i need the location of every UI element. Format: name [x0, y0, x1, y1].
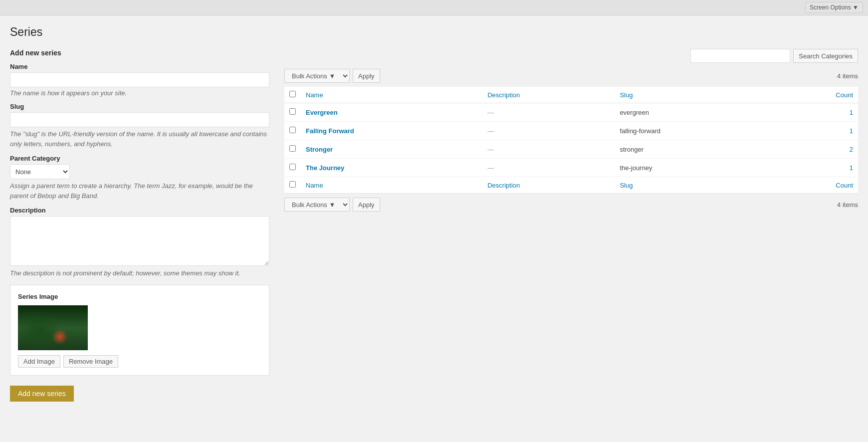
parent-category-label: Parent Category — [10, 155, 269, 162]
description-label: Description — [10, 207, 269, 214]
slug-hint: The "slug" is the URL-friendly version o… — [10, 129, 269, 149]
apply-button-top[interactable]: Apply — [353, 69, 380, 83]
header-count[interactable]: Count — [773, 87, 858, 103]
slug-form-group: Slug The "slug" is the URL-friendly vers… — [10, 103, 269, 149]
row-slug-0: evergreen — [620, 109, 649, 116]
row-slug-cell: falling-forward — [615, 122, 773, 140]
category-name-link-1[interactable]: Falling Forward — [306, 127, 354, 135]
top-items-count: 4 items — [837, 72, 858, 80]
description-textarea[interactable] — [10, 216, 269, 266]
parent-category-select[interactable]: None — [10, 164, 70, 179]
slug-input[interactable] — [10, 112, 269, 127]
search-categories-button[interactable]: Search Categories — [793, 49, 858, 63]
row-slug-cell: evergreen — [615, 103, 773, 122]
screen-options-button[interactable]: Screen Options ▼ — [805, 2, 863, 13]
bottom-toolbar: Bulk Actions ▼ Apply 4 items — [284, 198, 858, 212]
header-name[interactable]: Name — [301, 87, 482, 103]
row-slug-cell: the-journey — [615, 159, 773, 177]
categories-table: Name Description Slug Count Evergreen — … — [284, 87, 858, 194]
series-image-preview — [18, 305, 88, 350]
row-name-cell: Falling Forward — [301, 122, 482, 140]
row-checkbox-2[interactable] — [289, 145, 296, 152]
row-description-1: — — [487, 127, 494, 135]
table-row: Stronger — stronger 2 — [284, 140, 858, 159]
series-image-title: Series Image — [18, 293, 261, 300]
add-new-series-button[interactable]: Add new series — [10, 386, 74, 402]
screen-options-bar: Screen Options ▼ — [0, 0, 868, 15]
row-count-link-2[interactable]: 2 — [850, 146, 853, 153]
row-description-cell: — — [482, 140, 615, 159]
row-checkbox-cell — [284, 140, 301, 159]
row-description-3: — — [487, 164, 494, 172]
add-new-section-title: Add new series — [10, 49, 269, 57]
image-button-group: Add Image Remove Image — [18, 355, 261, 368]
footer-checkbox-cell — [284, 177, 301, 194]
bulk-actions-select-bottom[interactable]: Bulk Actions ▼ — [284, 198, 350, 212]
row-count-cell: 1 — [773, 159, 858, 177]
bottom-items-count: 4 items — [837, 201, 858, 209]
row-checkbox-cell — [284, 159, 301, 177]
row-slug-cell: stronger — [615, 140, 773, 159]
row-name-cell: Evergreen — [301, 103, 482, 122]
row-description-2: — — [487, 146, 494, 153]
right-panel: Search Categories Bulk Actions ▼ Apply 4… — [284, 49, 858, 216]
table-footer-header-row: Name Description Slug Count — [284, 177, 858, 194]
row-name-cell: Stronger — [301, 140, 482, 159]
apply-button-bottom[interactable]: Apply — [353, 198, 380, 212]
add-image-button[interactable]: Add Image — [18, 355, 60, 368]
row-count-cell: 1 — [773, 103, 858, 122]
row-checkbox-cell — [284, 122, 301, 140]
top-toolbar: Bulk Actions ▼ Apply 4 items — [284, 69, 858, 83]
row-checkbox-3[interactable] — [289, 164, 296, 170]
row-name-cell: The Journey — [301, 159, 482, 177]
row-description-0: — — [487, 109, 494, 116]
row-slug-2: stronger — [620, 146, 644, 153]
parent-category-form-group: Parent Category None Assign a parent ter… — [10, 155, 269, 201]
select-all-checkbox[interactable] — [289, 91, 296, 97]
header-slug[interactable]: Slug — [615, 87, 773, 103]
bulk-actions-select-top[interactable]: Bulk Actions ▼ — [284, 69, 350, 83]
table-header-row: Name Description Slug Count — [284, 87, 858, 103]
row-slug-3: the-journey — [620, 164, 652, 172]
name-input[interactable] — [10, 72, 269, 87]
table-row: Falling Forward — falling-forward 1 — [284, 122, 858, 140]
description-hint: The description is not prominent by defa… — [10, 269, 269, 277]
category-name-link-0[interactable]: Evergreen — [306, 109, 338, 116]
top-toolbar-left: Bulk Actions ▼ Apply — [284, 69, 380, 83]
row-description-cell: — — [482, 122, 615, 140]
series-image-box: Series Image Add Image Remove Image — [10, 285, 269, 376]
table-row: The Journey — the-journey 1 — [284, 159, 858, 177]
name-label: Name — [10, 63, 269, 70]
category-name-link-3[interactable]: The Journey — [306, 164, 344, 172]
row-count-link-3[interactable]: 1 — [850, 164, 853, 172]
remove-image-button[interactable]: Remove Image — [63, 355, 118, 368]
left-panel: Add new series Name The name is how it a… — [10, 49, 269, 402]
row-slug-1: falling-forward — [620, 127, 660, 135]
description-form-group: Description The description is not promi… — [10, 207, 269, 277]
row-count-link-0[interactable]: 1 — [850, 109, 853, 116]
name-hint: The name is how it appears on your site. — [10, 89, 269, 97]
footer-header-name[interactable]: Name — [301, 177, 482, 194]
row-count-cell: 1 — [773, 122, 858, 140]
select-all-footer-checkbox[interactable] — [289, 181, 296, 188]
search-input[interactable] — [690, 49, 790, 63]
parent-category-hint: Assign a parent term to create a hierarc… — [10, 181, 269, 201]
row-checkbox-0[interactable] — [289, 108, 296, 115]
footer-header-description[interactable]: Description — [482, 177, 615, 194]
category-name-link-2[interactable]: Stronger — [306, 146, 333, 153]
footer-header-slug[interactable]: Slug — [615, 177, 773, 194]
page-title: Series — [10, 25, 858, 39]
footer-header-count[interactable]: Count — [773, 177, 858, 194]
header-description[interactable]: Description — [482, 87, 615, 103]
row-checkbox-cell — [284, 103, 301, 122]
row-count-cell: 2 — [773, 140, 858, 159]
search-bar: Search Categories — [284, 49, 858, 63]
table-row: Evergreen — evergreen 1 — [284, 103, 858, 122]
row-checkbox-1[interactable] — [289, 127, 296, 133]
row-description-cell: — — [482, 159, 615, 177]
bottom-toolbar-left: Bulk Actions ▼ Apply — [284, 198, 380, 212]
row-count-link-1[interactable]: 1 — [850, 127, 853, 135]
slug-label: Slug — [10, 103, 269, 110]
header-checkbox-cell — [284, 87, 301, 103]
name-form-group: Name The name is how it appears on your … — [10, 63, 269, 97]
